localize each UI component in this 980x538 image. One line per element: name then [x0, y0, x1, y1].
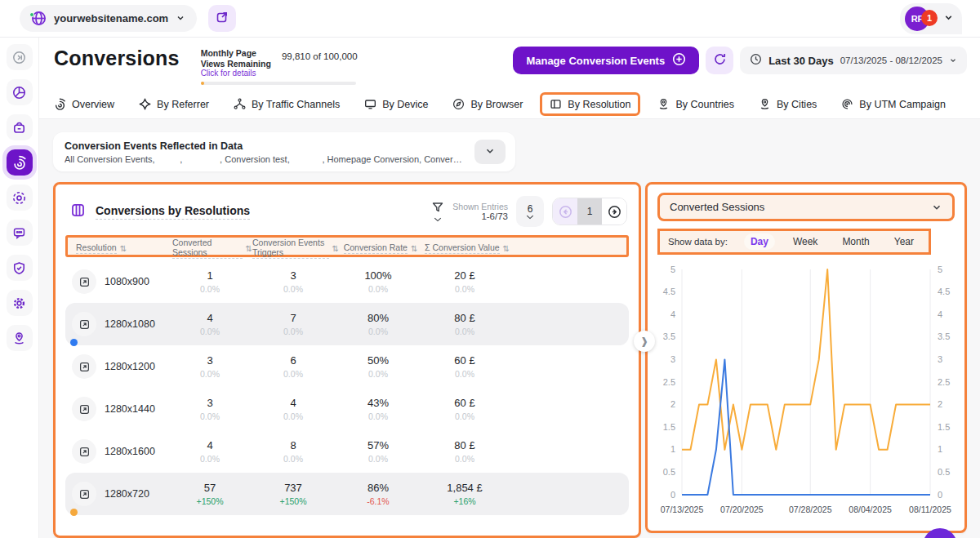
tab-label: Overview — [72, 99, 114, 110]
chevron-down-icon — [176, 11, 185, 26]
tab-by-device[interactable]: By Device — [364, 98, 428, 110]
user-menu[interactable]: RF 1 — [900, 3, 962, 34]
table-row[interactable]: 1080x90010.0%30.0%100%0.0%20 £0.0% — [65, 260, 629, 303]
cell-trend: 0.0% — [170, 411, 250, 422]
cell-value: 80 £ — [420, 311, 510, 326]
events-box-expand-button[interactable] — [474, 140, 506, 164]
countries-icon — [657, 98, 670, 110]
tab-by-resolution[interactable]: By Resolution — [540, 92, 640, 116]
sidebar-item-shield-check[interactable] — [7, 255, 33, 281]
resolution-label: 1080x900 — [105, 276, 149, 287]
tab-label: By Cities — [777, 99, 817, 110]
table-cell: 737+150% — [250, 481, 336, 507]
website-selector[interactable]: yourwebsitename.com — [20, 5, 197, 32]
cell-trend: 0.0% — [336, 368, 420, 380]
sidebar-item-bag[interactable] — [7, 114, 33, 140]
expand-resolution-icon[interactable] — [72, 482, 96, 506]
metric-select[interactable]: Converted Sessions — [657, 193, 955, 221]
svg-text:08/04/2025: 08/04/2025 — [849, 505, 892, 514]
column-header[interactable]: Resolution⇅ — [68, 242, 172, 254]
table-row[interactable]: 1280x108040.0%70.0%80%0.0%80 £0.0% — [65, 303, 629, 345]
refresh-button[interactable] — [706, 47, 733, 74]
column-header[interactable]: Conversion Events Triggers⇅ — [252, 238, 339, 259]
sidebar-item-chat[interactable] — [7, 220, 33, 246]
filter-button[interactable] — [431, 201, 444, 222]
sort-icon: ⇅ — [120, 244, 127, 253]
tab-by-cities[interactable]: By Cities — [759, 98, 817, 110]
pageviews-details-link[interactable]: Click for details — [201, 69, 277, 78]
table-cell: 80.0% — [250, 438, 336, 465]
cell-trend: 0.0% — [250, 453, 336, 465]
table-cell: 70.0% — [250, 311, 336, 337]
tab-by-referrer[interactable]: By Referrer — [139, 98, 209, 110]
granularity-week[interactable]: Week — [786, 233, 824, 250]
column-header[interactable]: Converted Sessions⇅ — [172, 238, 252, 259]
table-row[interactable]: 1280x120030.0%60.0%50%0.0%60 £0.0% — [65, 345, 629, 388]
sidebar-item-conversions[interactable] — [7, 149, 33, 176]
expand-resolution-icon[interactable] — [72, 397, 96, 421]
svg-text:0: 0 — [938, 490, 942, 500]
table-body: 1080x90010.0%30.0%100%0.0%20 £0.0%1280x1… — [65, 260, 629, 515]
tab-by-traffic-channels[interactable]: By Traffic Channels — [234, 98, 340, 110]
svg-text:0.5: 0.5 — [663, 467, 675, 477]
sidebar-item-gear[interactable] — [7, 290, 33, 316]
table-cell: 80 £0.0% — [420, 438, 510, 465]
table-title: Conversions by Resolutions — [96, 204, 250, 220]
table-cell: 40.0% — [170, 438, 250, 465]
pageviews-label: Monthly Page Views Remaining — [201, 48, 277, 69]
chevron-down-icon — [949, 53, 957, 68]
granularity-year[interactable]: Year — [888, 233, 920, 250]
pie-chart-icon — [12, 86, 26, 100]
notification-badge: 1 — [921, 10, 938, 26]
column-header[interactable]: Conversion Rate⇅ — [339, 242, 422, 254]
pageviews-progress-bar — [201, 82, 356, 85]
table-row[interactable]: 1280x144030.0%40.0%43%0.0%60 £0.0% — [65, 388, 629, 430]
cell-value: 20 £ — [420, 269, 510, 283]
page-size-select[interactable]: 6 — [516, 196, 544, 227]
next-page-button[interactable] — [602, 198, 626, 225]
tab-label: By Browser — [470, 99, 523, 110]
expand-resolution-icon[interactable] — [72, 312, 96, 336]
sidebar-item-collapse-sidebar[interactable] — [7, 44, 33, 70]
main-area: Conversions Monthly Page Views Remaining… — [39, 38, 980, 538]
events-box-title: Conversion Events Reflected in Data — [65, 140, 465, 152]
chart-svg: 000.50.5111.51.5222.52.5333.53.5444.54.5… — [657, 260, 956, 519]
svg-text:08/11/2025: 08/11/2025 — [909, 505, 951, 514]
date-range-picker[interactable]: Last 30 Days 07/13/2025 - 08/12/2025 — [740, 47, 967, 74]
date-preset-label: Last 30 Days — [768, 55, 834, 67]
collapse-panel-handle[interactable]: ❱ — [634, 331, 655, 352]
sort-icon: ⇅ — [332, 244, 339, 253]
sidebar-item-target[interactable] — [7, 185, 33, 211]
current-page[interactable]: 1 — [577, 198, 602, 225]
previous-page-button[interactable] — [553, 198, 577, 225]
svg-text:07/28/2025: 07/28/2025 — [789, 505, 832, 514]
tab-by-browser[interactable]: By Browser — [452, 98, 523, 110]
date-range-value: 07/13/2025 - 08/12/2025 — [840, 56, 942, 65]
sidebar-item-pie-chart[interactable] — [7, 79, 33, 105]
table-row[interactable]: 1280x160040.0%80.0%57%0.0%80 £0.0% — [65, 430, 629, 473]
tab-by-countries[interactable]: By Countries — [657, 98, 734, 110]
tab-label: By Referrer — [157, 99, 209, 110]
table-row[interactable]: 1280x72057+150%737+150%86%-6.1%1,854 £+1… — [65, 473, 629, 515]
expand-resolution-icon[interactable] — [72, 269, 96, 294]
tab-by-utm-campaign[interactable]: By UTM Campaign — [841, 98, 946, 110]
table-cell: 80%0.0% — [336, 311, 420, 337]
expand-resolution-icon[interactable] — [72, 439, 96, 464]
table-cell: 100%0.0% — [336, 269, 420, 295]
cell-trend: +150% — [250, 496, 336, 507]
chevron-down-icon — [943, 11, 954, 26]
sidebar-item-person-pin[interactable] — [7, 325, 33, 351]
svg-text:1.5: 1.5 — [938, 422, 950, 432]
open-website-button[interactable] — [208, 5, 236, 32]
svg-text:4.5: 4.5 — [938, 287, 950, 296]
expand-resolution-icon[interactable] — [72, 354, 96, 379]
manage-conversion-events-button[interactable]: Manage Conversion Events — [513, 47, 699, 74]
cell-trend: -6.1% — [336, 496, 420, 507]
cell-trend: 0.0% — [336, 411, 420, 422]
cell-value: 80% — [336, 311, 420, 326]
tab-overview[interactable]: Overview — [54, 98, 114, 110]
column-header[interactable]: Σ Conversion Value⇅ — [422, 242, 512, 254]
granularity-day[interactable]: Day — [744, 233, 775, 250]
filter-funnel-icon — [431, 201, 444, 217]
granularity-month[interactable]: Month — [835, 233, 875, 250]
